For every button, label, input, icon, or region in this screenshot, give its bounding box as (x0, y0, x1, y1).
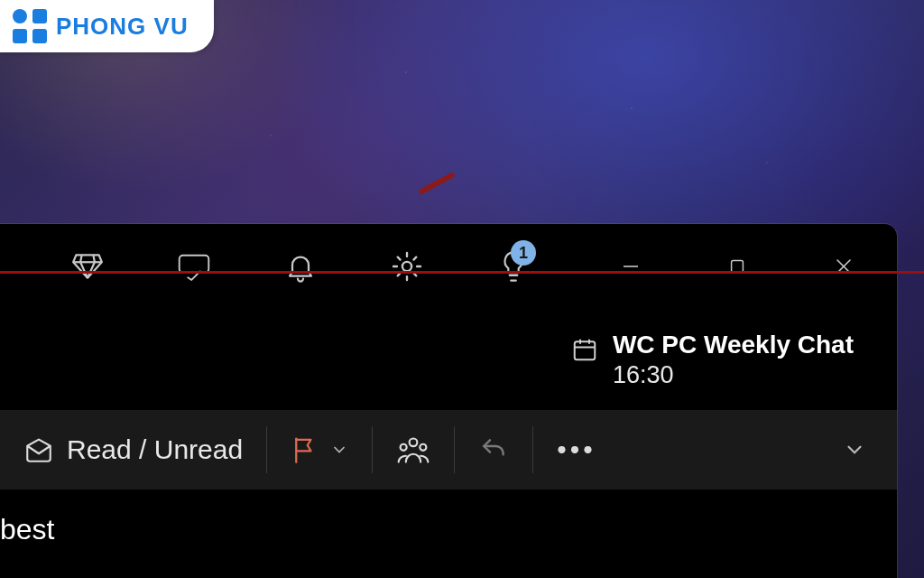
flag-button[interactable] (267, 410, 372, 489)
read-unread-label: Read / Unread (67, 434, 243, 465)
team-button[interactable] (373, 410, 454, 489)
ellipsis-icon: ••• (557, 434, 596, 465)
svg-point-12 (420, 444, 426, 451)
read-unread-button[interactable]: Read / Unread (0, 410, 266, 489)
tips-lightbulb-icon[interactable]: 1 (496, 249, 531, 284)
minimize-button[interactable] (578, 224, 684, 309)
svg-point-10 (410, 439, 418, 447)
chevron-down-icon (843, 438, 866, 461)
event-time: 16:30 (613, 361, 854, 389)
calendar-icon (571, 336, 598, 363)
people-icon (396, 434, 430, 465)
maximize-button[interactable] (684, 224, 790, 309)
close-button[interactable] (790, 224, 897, 309)
svg-rect-0 (180, 256, 209, 273)
undo-icon (478, 435, 509, 464)
brand-logo-icon (13, 9, 47, 43)
calendar-event-summary[interactable]: WC PC Weekly Chat 16:30 (571, 331, 854, 389)
event-title: WC PC Weekly Chat (613, 331, 854, 359)
more-actions-button[interactable]: ••• (533, 410, 620, 489)
message-snippet: best (0, 513, 54, 546)
title-bar: 1 (0, 224, 897, 309)
svg-point-1 (402, 262, 411, 271)
collapse-button[interactable] (843, 438, 897, 461)
watermark-logo: PHONG VU (0, 0, 214, 52)
undo-button[interactable] (455, 410, 532, 489)
message-action-bar: Read / Unread ••• (0, 410, 897, 489)
annotation-line (0, 271, 924, 274)
settings-icon[interactable] (390, 249, 424, 284)
envelope-icon (23, 436, 54, 463)
svg-rect-6 (575, 341, 596, 359)
svg-point-11 (401, 444, 407, 451)
flag-icon (291, 434, 318, 465)
notification-badge: 1 (511, 240, 536, 266)
chevron-down-icon (330, 441, 348, 459)
brand-name: PHONG VU (56, 13, 189, 41)
window-controls (578, 224, 897, 309)
app-window: 1 WC PC Weekly Chat 16:30 Re (0, 224, 897, 578)
onedrive-check-icon[interactable] (177, 249, 211, 284)
bell-icon[interactable] (283, 249, 318, 284)
premium-icon[interactable] (70, 249, 105, 284)
